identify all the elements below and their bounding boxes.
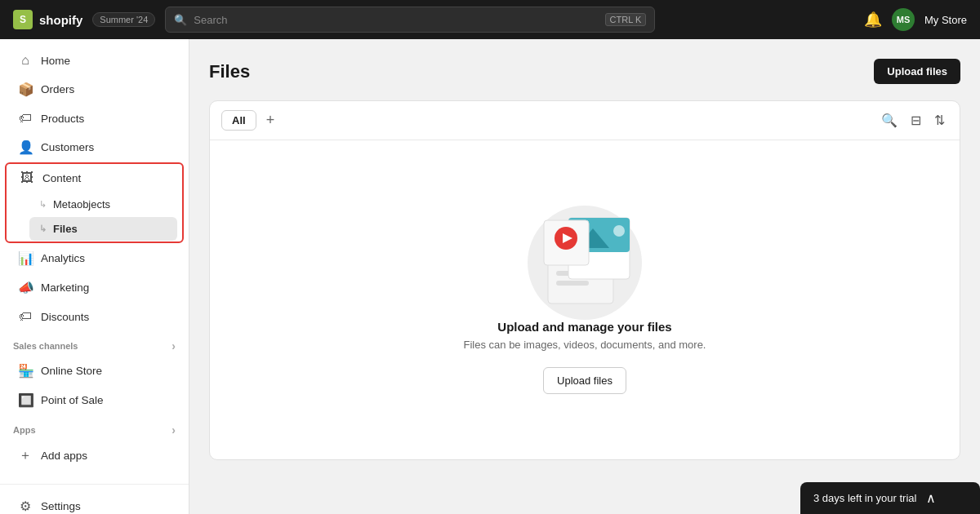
summer-badge: Summer '24 (92, 12, 155, 27)
svg-point-7 (613, 225, 625, 237)
sidebar-label-analytics: Analytics (41, 252, 85, 264)
sidebar-sub-content: ↳ Metaobjects ↳ Files (29, 193, 177, 241)
trial-banner[interactable]: 3 days left in your trial ∧ (800, 482, 980, 514)
sidebar-item-files[interactable]: ↳ Files (29, 217, 177, 241)
topbar-right: 🔔 MS My Store (864, 8, 967, 31)
sidebar-item-home[interactable]: ⌂ Home (5, 47, 184, 74)
svg-rect-3 (556, 281, 589, 286)
expand-apps-icon[interactable]: › (172, 423, 176, 436)
sidebar-label-files: Files (53, 223, 78, 235)
brand-name: shopify (39, 13, 82, 27)
sidebar-label-orders: Orders (41, 83, 74, 95)
settings-icon: ⚙ (18, 498, 33, 514)
sidebar-label-marketing: Marketing (41, 281, 89, 294)
sidebar-label-home: Home (41, 55, 70, 67)
search-shortcut: CTRL K (605, 13, 647, 26)
content-icon: 🖼 (20, 171, 34, 185)
sidebar-label-online-store: Online Store (41, 365, 102, 377)
sidebar-label-metaobjects: Metaobjects (53, 198, 110, 210)
sidebar-label-add-apps: Add apps (41, 450, 87, 462)
analytics-icon: 📊 (18, 250, 33, 266)
online-store-icon: 🏪 (18, 363, 33, 379)
store-name[interactable]: My Store (924, 14, 967, 26)
files-panel: All + 🔍 ⊟ ⇅ (209, 100, 960, 460)
sort-files-icon[interactable]: ⇅ (931, 109, 948, 131)
sidebar-label-products: Products (41, 113, 84, 125)
content-section: 🖼 Content ↳ Metaobjects ↳ Files (5, 162, 184, 243)
orders-icon: 📦 (18, 82, 33, 97)
search-bar[interactable]: 🔍 Search CTRL K (165, 7, 655, 33)
products-icon: 🏷 (18, 111, 33, 126)
topbar: S shopify Summer '24 🔍 Search CTRL K 🔔 M… (0, 0, 980, 39)
sidebar-item-content[interactable]: 🖼 Content (7, 164, 182, 192)
empty-state: Upload and manage your files Files can b… (210, 140, 960, 459)
sidebar-item-analytics[interactable]: 📊 Analytics (5, 244, 184, 273)
sidebar-label-pos: Point of Sale (41, 394, 104, 406)
pos-icon: 🔲 (18, 392, 33, 408)
files-illustration (503, 189, 666, 320)
trial-chevron-icon: ∧ (926, 490, 936, 506)
empty-desc: Files can be images, videos, documents, … (464, 339, 706, 351)
avatar[interactable]: MS (892, 8, 915, 31)
sidebar-item-online-store[interactable]: 🏪 Online Store (5, 357, 184, 385)
tab-all-button[interactable]: All (221, 110, 256, 131)
sidebar: ⌂ Home 📦 Orders 🏷 Products 👤 Customers 🖼… (0, 39, 189, 514)
sidebar-item-discounts[interactable]: 🏷 Discounts (5, 303, 184, 330)
sidebar-label-customers: Customers (41, 141, 94, 153)
main-layout: ⌂ Home 📦 Orders 🏷 Products 👤 Customers 🖼… (0, 39, 980, 514)
marketing-icon: 📣 (18, 280, 33, 295)
main-content: Files Upload files All + 🔍 ⊟ ⇅ (189, 39, 980, 514)
sidebar-label-content: Content (42, 172, 81, 184)
sub-arrow-icon: ↳ (39, 199, 47, 210)
empty-title: Upload and manage your files (497, 320, 671, 334)
sidebar-item-orders[interactable]: 📦 Orders (5, 75, 184, 104)
search-placeholder: Search (194, 14, 227, 26)
sidebar-label-settings: Settings (41, 500, 81, 512)
files-tabs: All + 🔍 ⊟ ⇅ (210, 101, 960, 140)
customers-icon: 👤 (18, 140, 33, 155)
tab-add-button[interactable]: + (263, 112, 278, 129)
sales-channels-section: Sales channels › (0, 331, 189, 356)
shopify-logo-icon: S (13, 10, 33, 29)
upload-files-header-button[interactable]: Upload files (874, 59, 960, 84)
sidebar-item-settings[interactable]: ⚙ Settings (5, 492, 184, 514)
sidebar-item-add-apps[interactable]: ＋ Add apps (5, 441, 184, 471)
discounts-icon: 🏷 (18, 309, 33, 324)
notification-bell-icon[interactable]: 🔔 (864, 11, 882, 29)
sidebar-item-marketing[interactable]: 📣 Marketing (5, 273, 184, 302)
upload-files-center-button[interactable]: Upload files (543, 367, 626, 394)
sidebar-item-metaobjects[interactable]: ↳ Metaobjects (29, 193, 177, 216)
page-title: Files (209, 61, 250, 82)
page-header: Files Upload files (209, 59, 960, 84)
tab-right-actions: 🔍 ⊟ ⇅ (878, 109, 948, 131)
search-files-icon[interactable]: 🔍 (878, 109, 901, 131)
sidebar-item-customers[interactable]: 👤 Customers (5, 133, 184, 162)
shopify-logo[interactable]: S shopify (13, 10, 82, 29)
filter-files-icon[interactable]: ⊟ (907, 109, 924, 131)
sub-arrow-files-icon: ↳ (39, 224, 47, 234)
apps-section: Apps › (0, 415, 189, 440)
search-icon: 🔍 (174, 14, 187, 26)
expand-sales-icon[interactable]: › (172, 339, 176, 352)
trial-label: 3 days left in your trial (813, 492, 916, 504)
sidebar-label-discounts: Discounts (41, 311, 89, 323)
home-icon: ⌂ (18, 53, 33, 68)
sidebar-item-products[interactable]: 🏷 Products (5, 104, 184, 132)
add-apps-icon: ＋ (18, 447, 33, 464)
sidebar-item-pos[interactable]: 🔲 Point of Sale (5, 386, 184, 414)
